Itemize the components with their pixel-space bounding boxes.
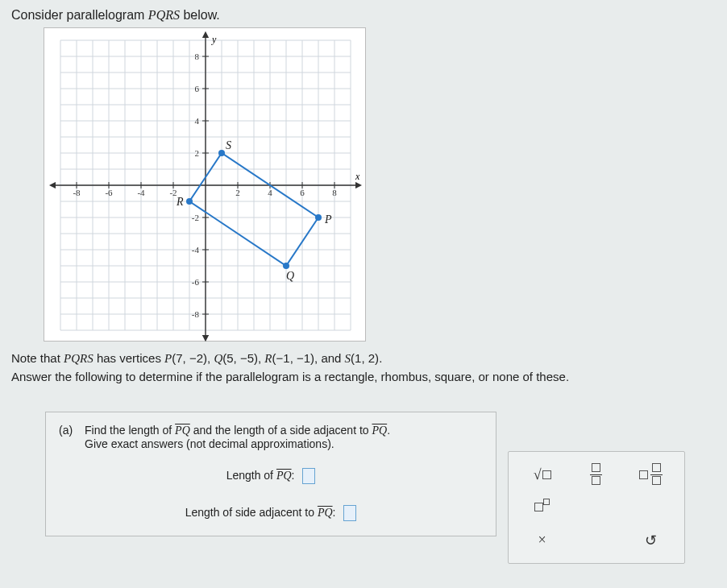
vertex-s-coord: (1, 2) [351, 351, 379, 365]
mixed-number-tool[interactable] [625, 460, 676, 490]
label-q: Q [286, 270, 294, 282]
prompt-prefix: Consider parallelogram [11, 8, 148, 22]
tick-label: 4 [195, 116, 200, 126]
tick-label: -4 [137, 188, 145, 197]
note-text: Note that [11, 351, 64, 365]
clear-tool[interactable]: × [517, 525, 567, 555]
segment-pq: PQ [372, 424, 387, 437]
math-toolbox: √ × ↺ [508, 451, 685, 564]
tick-label: -8 [73, 188, 81, 197]
point-r [186, 198, 193, 205]
note-text: and [318, 351, 344, 365]
tick-label: 2 [195, 148, 200, 158]
undo-icon: ↺ [645, 532, 657, 549]
fraction-tool[interactable] [571, 460, 621, 490]
part-text: . [387, 424, 390, 437]
y-axis-label: y [211, 34, 217, 45]
instruction-text: Answer the following to determine if the… [11, 370, 569, 383]
tick-label: -2 [192, 213, 199, 222]
answer-row-2: Length of side adjacent to PQ: [59, 505, 483, 521]
part-label: (a) [59, 424, 80, 450]
point-q [283, 263, 289, 269]
close-icon: × [538, 532, 546, 549]
vertex-q-coord: (5, −5) [222, 351, 258, 365]
vertex-s-label: S [345, 352, 351, 365]
answer-row-1: Length of PQ: [59, 468, 483, 484]
label-r: R [176, 196, 184, 208]
tick-label: -6 [105, 188, 113, 197]
answer-label: Length of [226, 469, 276, 482]
vertex-p-coord: (7, −2) [172, 351, 207, 365]
answer-label: Length of side adjacent to [185, 506, 318, 519]
point-p [315, 214, 322, 221]
vertex-q-label: Q [214, 352, 222, 365]
tick-label: 8 [332, 188, 337, 197]
x-axis-label: x [355, 171, 360, 182]
undo-tool[interactable]: ↺ [625, 525, 676, 555]
length-adjacent-input[interactable] [343, 505, 356, 521]
graph-svg: y x 2 4 6 8 -2 -4 -6 -8 2 4 6 8 -2 -4 -6… [44, 28, 367, 342]
length-pq-input[interactable] [302, 468, 315, 484]
answer-colon: : [333, 506, 339, 519]
tick-label: -6 [192, 277, 200, 287]
answer-colon: : [292, 469, 298, 482]
part-a-text: Find the length of PQ and the length of … [85, 424, 390, 450]
part-text: Find the length of [85, 424, 175, 437]
problem-prompt: Consider parallelogram PQRS below. [11, 8, 716, 23]
sqrt-tool[interactable]: √ [517, 460, 567, 490]
vertex-p-label: P [164, 352, 172, 365]
tick-label: 6 [300, 188, 305, 197]
prompt-shape: PQRS [148, 8, 180, 22]
part-subtext: Give exact answers (not decimal approxim… [85, 437, 334, 450]
segment-pq: PQ [318, 507, 333, 519]
vertex-r-label: R [264, 352, 272, 365]
vertex-r-coord: (−1, −1) [272, 351, 315, 365]
tick-label: 8 [195, 52, 200, 61]
label-p: P [324, 213, 332, 226]
label-s: S [226, 139, 231, 151]
point-s [218, 150, 225, 156]
coordinate-graph: y x 2 4 6 8 -2 -4 -6 -8 2 4 6 8 -2 -4 -6… [44, 27, 366, 342]
part-text: and the length of a side adjacent to [190, 424, 372, 437]
vertices-note: Note that PQRS has vertices P(7, −2), Q(… [11, 350, 716, 386]
part-a-box: (a) Find the length of PQ and the length… [45, 412, 496, 536]
tick-label: -4 [192, 245, 200, 255]
segment-pq: PQ [276, 470, 292, 482]
tick-label: 6 [195, 84, 200, 93]
exponent-tool[interactable] [517, 493, 567, 523]
tick-label: 4 [268, 188, 272, 197]
prompt-suffix: below. [180, 8, 220, 22]
tick-label: -8 [192, 309, 200, 319]
note-shape: PQRS [64, 352, 93, 365]
tick-label: 2 [235, 188, 240, 197]
segment-pq: PQ [175, 424, 190, 437]
note-text: has vertices [93, 351, 164, 365]
